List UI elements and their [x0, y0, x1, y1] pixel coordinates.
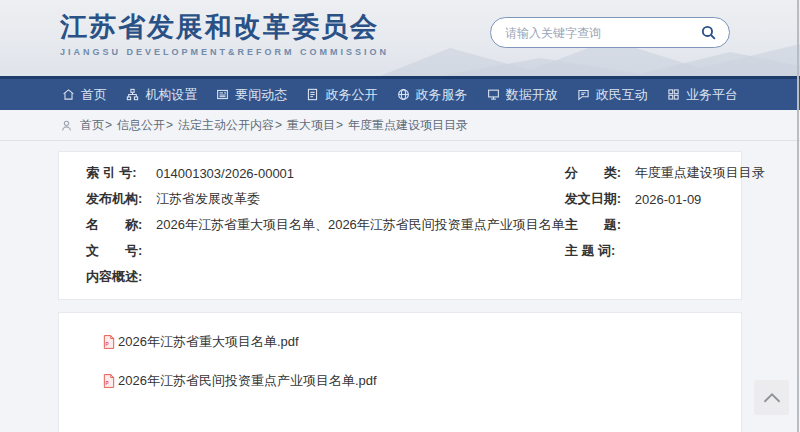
interaction-icon [577, 88, 590, 101]
nav-item-business-platform[interactable]: 业务平台 [667, 86, 738, 104]
meta-row-category: 分 类: 年度重点建设项目目录 [565, 160, 765, 186]
breadcrumb-item-info-disclosure[interactable]: 信息公开 [117, 117, 165, 134]
back-to-top-button[interactable] [754, 380, 789, 415]
search-input[interactable] [505, 26, 699, 40]
pdf-icon: P [103, 335, 115, 349]
main-content: 索 引 号: 014001303/2026-00001 发布机构: 江苏省发展改… [0, 151, 800, 432]
meta-row-doc-number: 文 号: [86, 238, 565, 264]
meta-value-publisher: 江苏省发展改革委 [156, 190, 260, 208]
location-icon [60, 119, 73, 132]
breadcrumb-item-major-projects[interactable]: 重大项目 [287, 117, 335, 134]
svg-text:P: P [106, 342, 109, 347]
meta-label: 发布机构: [86, 190, 156, 208]
breadcrumb-item-current-page: 年度重点建设项目目录 [348, 117, 468, 134]
platform-icon [667, 88, 680, 101]
chevron-up-icon [763, 392, 781, 404]
search-box[interactable] [490, 17, 730, 48]
breadcrumb: 首页> 信息公开> 法定主动公开内容> 重大项目> 年度重点建设项目目录 [0, 110, 800, 141]
meta-label: 索 引 号: [86, 164, 156, 182]
meta-row-index-number: 索 引 号: 014001303/2026-00001 [86, 160, 565, 186]
attachment-name: 2026年江苏省重大项目名单.pdf [118, 333, 299, 351]
site-subtitle: JIANGSU DEVELOPMENT&REFORM COMMISSION [60, 47, 389, 57]
meta-label: 主 题 词: [565, 242, 635, 260]
news-icon [216, 88, 229, 101]
site-title: 江苏省发展和改革委员会 [60, 11, 389, 43]
main-nav: 首页 机构设置 要闻动态 政务公开 政务服务 数据开放 政民互动 业务平台 [0, 76, 800, 110]
meta-row-subject: 主 题: [565, 212, 765, 238]
meta-row-issue-date: 发文日期: 2026-01-09 [565, 186, 765, 212]
svg-text:P: P [106, 381, 109, 386]
meta-label: 分 类: [565, 164, 635, 182]
home-icon [62, 88, 75, 101]
site-header: 江苏省发展和改革委员会 JIANGSU DEVELOPMENT&REFORM C… [0, 0, 800, 76]
nav-item-organization[interactable]: 机构设置 [126, 86, 197, 104]
disclosure-icon [306, 88, 319, 101]
breadcrumb-item-home[interactable]: 首页 [80, 117, 104, 134]
nav-item-gov-services[interactable]: 政务服务 [397, 86, 468, 104]
meta-label: 发文日期: [565, 190, 635, 208]
search-button[interactable] [699, 24, 717, 42]
service-icon [397, 88, 410, 101]
meta-row-summary: 内容概述: [86, 265, 741, 289]
meta-label: 内容概述: [86, 268, 156, 286]
meta-label: 名 称: [86, 216, 156, 234]
document-meta-card: 索 引 号: 014001303/2026-00001 发布机构: 江苏省发展改… [58, 151, 742, 300]
attachments-card: P 2026年江苏省重大项目名单.pdf P 2026年江苏省民间投资重点产业项… [58, 312, 742, 432]
nav-item-news[interactable]: 要闻动态 [216, 86, 287, 104]
breadcrumb-item-statutory-content[interactable]: 法定主动公开内容 [178, 117, 274, 134]
attachment-link-private-investment[interactable]: P 2026年江苏省民间投资重点产业项目名单.pdf [103, 372, 731, 390]
nav-item-gov-disclosure[interactable]: 政务公开 [306, 86, 377, 104]
search-icon [700, 24, 717, 41]
nav-item-interaction[interactable]: 政民互动 [577, 86, 648, 104]
meta-value-title: 2026年江苏省重大项目名单、2026年江苏省民间投资重点产业项目名单 [156, 216, 565, 234]
nav-item-open-data[interactable]: 数据开放 [487, 86, 558, 104]
org-icon [126, 88, 139, 101]
page-scrollbar[interactable] [797, 0, 799, 432]
attachment-link-major-projects[interactable]: P 2026年江苏省重大项目名单.pdf [103, 333, 731, 351]
meta-value-category: 年度重点建设项目目录 [635, 164, 765, 182]
attachment-name: 2026年江苏省民间投资重点产业项目名单.pdf [118, 372, 377, 390]
meta-value-issue-date: 2026-01-09 [635, 192, 702, 207]
meta-value-index-number: 014001303/2026-00001 [156, 166, 294, 181]
data-icon [487, 88, 500, 101]
pdf-icon: P [103, 374, 115, 388]
meta-row-title: 名 称: 2026年江苏省重大项目名单、2026年江苏省民间投资重点产业项目名单 [86, 212, 565, 238]
meta-row-publisher: 发布机构: 江苏省发展改革委 [86, 186, 565, 212]
meta-row-keywords: 主 题 词: [565, 238, 765, 264]
meta-label: 文 号: [86, 242, 156, 260]
nav-item-home[interactable]: 首页 [62, 86, 107, 104]
meta-label: 主 题: [565, 216, 635, 234]
site-brand: 江苏省发展和改革委员会 JIANGSU DEVELOPMENT&REFORM C… [60, 11, 389, 57]
